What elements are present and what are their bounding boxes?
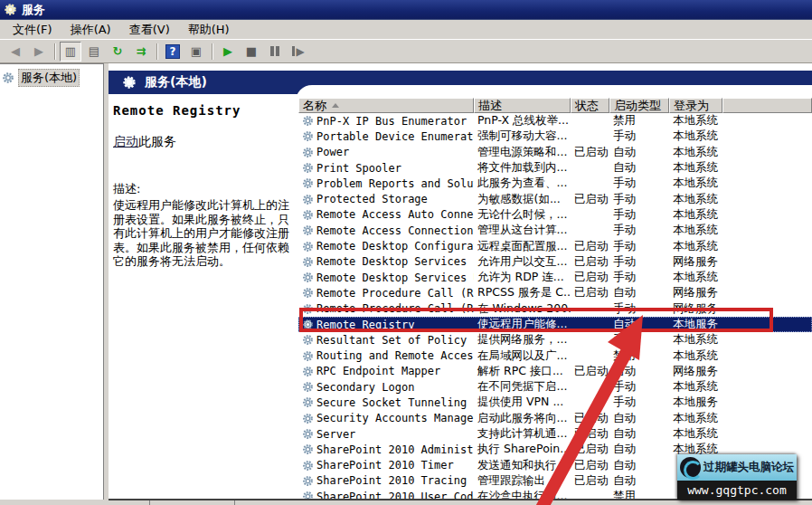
service-name-cell: RPC Endpoint Mapper [298,365,474,377]
restart-service-button[interactable]: ▶ [288,42,309,62]
logon-as-cell: 本地系统 [669,426,722,442]
service-row[interactable]: PnP-X IP Bus EnumeratorPnP-X 总线枚举...禁用本地… [298,113,812,129]
description-cell: 允许为 RDP 连... [474,270,571,285]
service-name-cell: Secure Socket Tunneling Prot... [298,396,474,409]
refresh-icon[interactable]: ↻ [107,42,128,62]
service-name-cell: Remote Desktop Services User... [298,272,474,284]
service-row[interactable]: Remote Desktop Services User...允许为 RDP 连… [298,270,812,285]
column-header-登录为[interactable]: 登录为 [669,98,722,113]
menu-view[interactable]: 查看(V) [122,20,181,40]
stop-service-button[interactable]: ■ [241,42,262,62]
column-header-状态[interactable]: 状态 [571,98,609,113]
show-action-pane-button[interactable]: ▣ [185,42,207,62]
service-row[interactable]: Power管理电源策略和...已启动自动本地系统 [298,145,812,160]
service-gear-icon [302,350,314,362]
service-gear-icon [302,194,314,205]
title-bar: 服务 [0,0,812,20]
panel-header-gear-icon [122,75,137,90]
service-row[interactable]: Server支持此计算机通...已启动自动本地系统 [298,426,812,442]
toolbar-separator [54,43,55,60]
pause-service-button[interactable] [264,42,286,62]
description-cell: 此服务为查看、... [474,176,571,191]
description-cell: 在 Windows 200... [474,301,571,317]
extended-tab-cropped[interactable] [149,500,235,505]
column-header-filler[interactable] [722,98,812,113]
startup-type-cell: 手动 [609,395,669,410]
logon-as-cell: 网络服务 [669,285,722,300]
service-row[interactable]: Resultant Set of Policy Prov...提供网络服务，..… [298,332,812,348]
service-row[interactable]: Print Spooler将文件加载到内...自动本地系统 [298,160,812,176]
description-cell: 允许用户以交互... [474,254,571,270]
status-cell: 已启动 [571,192,609,207]
properties-button[interactable]: ▤ [83,42,105,62]
show-console-tree-button[interactable]: ▥ [60,42,81,62]
description-cell: 管理电源策略和... [474,145,571,160]
description-cell: 管理跟踪输出 [474,473,571,489]
description-cell: RPCSS 服务是 C... [474,285,571,300]
services-list-panel: 名称描述状态启动类型登录为 PnP-X IP Bus EnumeratorPnP… [296,85,812,500]
service-row[interactable]: Secure Socket Tunneling Prot...提供使用 VPN … [298,395,812,410]
start-service-link[interactable]: 启动此服务 [113,134,292,150]
service-row[interactable]: Remote Registry使远程用户能修...自动本地服务 [298,317,812,332]
logon-as-cell: 本地系统 [669,239,722,254]
service-name-cell: Power [298,146,474,158]
service-gear-icon [302,272,314,283]
service-row[interactable]: Routing and Remote Access在局域网以及广...禁用本地系… [298,348,812,363]
startup-type-cell: 手动 [609,332,669,348]
service-gear-icon [302,256,314,268]
service-name-cell: SharePoint 2010 Tracing [298,474,474,487]
watermark-forum-name: 过期罐头电脑论坛 [703,460,794,475]
service-row[interactable]: Security Accounts Manager启动此服务将向...已启动自动… [298,411,812,426]
service-row[interactable]: RPC Endpoint Mapper解析 RPC 接口...已启动自动网络服务 [298,364,812,379]
service-row[interactable]: Remote Desktop Services允许用户以交互...已启动手动网络… [298,254,812,270]
logon-as-cell: 本地系统 [669,129,722,144]
service-row[interactable]: Protected Storage为敏感数据(如...已启动手动本地系统 [298,191,812,206]
watermark-url: www.gqgtpc.com [677,481,797,500]
service-detail-pane: Remote Registry 启动此服务 描述: 使远程用户能修改此计算机上的… [109,94,296,500]
service-row[interactable]: Problem Reports and Solution...此服务为查看、..… [298,176,812,191]
export-list-icon[interactable]: ⇉ [130,42,152,62]
menu-file[interactable]: 文件(F) [5,20,63,40]
service-row[interactable]: Remote Access Auto Connectio...无论什么时候，..… [298,207,812,223]
startup-type-cell: 手动 [609,192,669,207]
service-gear-icon [302,443,314,455]
service-row[interactable]: Remote Access Connection Man...管理从这台计算..… [298,223,812,238]
menu-help[interactable]: 帮助(H) [181,20,241,40]
forum-watermark: 过期罐头电脑论坛 www.gqgtpc.com [677,454,797,500]
startup-type-cell: 禁用 [609,489,669,499]
status-cell: 已启动 [571,254,609,270]
startup-type-cell: 手动 [609,223,669,238]
startup-type-cell: 自动 [609,285,669,300]
bottom-tab-strip [109,500,812,505]
logon-as-cell: 本地系统 [669,411,722,426]
forward-button[interactable]: ▶ [28,42,50,62]
startup-type-cell: 自动 [609,411,669,426]
description-cell: 在不同凭据下启... [474,379,571,395]
forum-logo-icon [680,457,701,478]
description-cell: PnP-X 总线枚举... [474,113,571,129]
back-button[interactable]: ◀ [5,42,26,62]
service-row[interactable]: Remote Procedure Call (RPC) ...在 Windows… [298,301,812,317]
startup-type-cell: 自动 [609,317,669,332]
logon-as-cell: 网络服务 [669,364,722,379]
startup-type-cell: 自动 [609,473,669,489]
column-header-名称[interactable]: 名称 [298,98,474,113]
service-row[interactable]: Secondary Logon在不同凭据下启...手动本地系统 [298,379,812,395]
column-header-描述[interactable]: 描述 [474,98,571,113]
service-row[interactable]: Remote Procedure Call (RPC)RPCSS 服务是 C..… [298,285,812,300]
service-name-cell: SharePoint 2010 Administration [298,443,474,456]
status-cell: 已启动 [571,285,609,300]
description-cell: 支持此计算机通... [474,426,571,442]
help-icon[interactable]: ? [162,42,184,62]
column-header-启动类型[interactable]: 启动类型 [609,98,669,113]
tree-item-services-local[interactable]: 服务(本地) [2,69,101,87]
startup-type-cell: 自动 [609,442,669,457]
service-row[interactable]: Portable Device Enumerator S...强制可移动大容..… [298,129,812,144]
status-cell: 已启动 [571,442,609,457]
startup-type-cell: 手动 [609,254,669,270]
watermark-banner: 过期罐头电脑论坛 [677,454,797,481]
service-row[interactable]: Remote Desktop Configuration远程桌面配置服...已启… [298,238,812,253]
service-name-cell: Remote Desktop Configuration [298,240,474,252]
menu-action[interactable]: 操作(A) [63,20,122,40]
start-service-button[interactable]: ▶ [217,42,239,62]
